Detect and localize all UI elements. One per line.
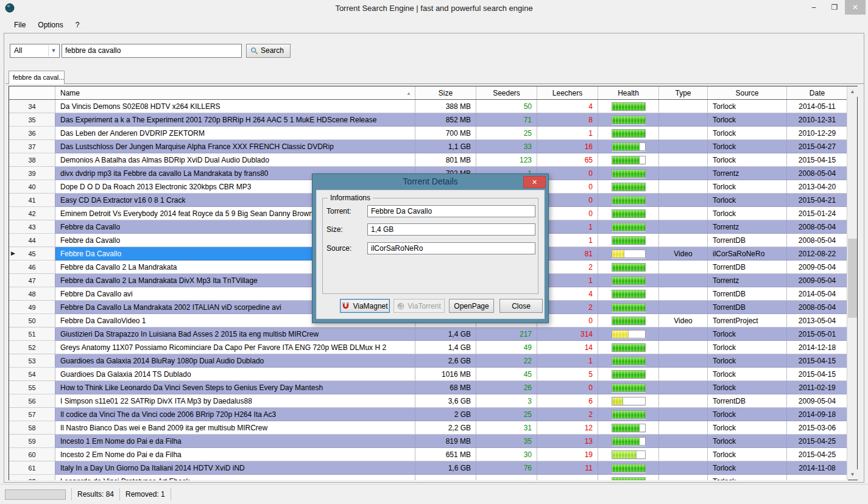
cell-source: Torlock xyxy=(708,421,787,435)
minimize-button[interactable]: – xyxy=(803,0,824,15)
groupbox-label: Informations xyxy=(328,194,373,202)
table-row[interactable]: 61Italy In a Day Un Giorno Da Italiani 2… xyxy=(9,461,848,475)
cell-leechers: 6 xyxy=(537,394,598,408)
cell-type xyxy=(659,153,708,167)
cell-size: 2 GB xyxy=(415,408,476,421)
table-row[interactable]: 58Il Nastro Bianco Das wei e Band 2009 i… xyxy=(9,421,848,435)
health-bar-fill xyxy=(612,478,645,481)
cell-source: Torrentz xyxy=(708,274,787,287)
health-bar-fill xyxy=(612,116,645,124)
cell-leechers: 314 xyxy=(537,327,598,341)
row-number: 60 xyxy=(9,448,55,461)
header-leechers[interactable]: Leechers xyxy=(537,86,598,99)
vertical-scrollbar[interactable]: ▲ ▼ xyxy=(847,86,857,480)
header-health[interactable]: Health xyxy=(598,86,659,99)
cell-health xyxy=(598,140,659,153)
search-button[interactable]: Search xyxy=(246,44,291,58)
cell-health xyxy=(598,220,659,234)
cell-type xyxy=(659,261,708,274)
scroll-up-icon[interactable]: ▲ xyxy=(847,86,858,97)
cell-name: Giustizieri Da Strapazzo In Luisiana Bad… xyxy=(55,327,415,341)
cell-date: 2012-08-22 xyxy=(787,247,847,261)
health-bar xyxy=(612,437,646,446)
tab-search-result[interactable]: febbre da caval... xyxy=(9,71,65,84)
menu-help[interactable]: ? xyxy=(70,19,85,31)
cell-date: 2015-04-25 xyxy=(787,448,847,461)
table-row[interactable]: 59Incesto 1 Em Nome do Pai e da Filha819… xyxy=(9,435,848,448)
menu-file[interactable]: File xyxy=(9,19,31,31)
table-row[interactable]: 62Leonardo da Vinci Prototypes Art Ebook… xyxy=(9,475,848,480)
close-dialog-button[interactable]: Close xyxy=(499,299,543,313)
torrent-field-input[interactable] xyxy=(367,205,535,217)
cell-size: 2,6 GB xyxy=(415,354,476,368)
row-number: 51 xyxy=(9,327,55,341)
cell-seeders: 31 xyxy=(476,421,537,435)
header-name[interactable]: Name ▲ xyxy=(55,86,415,99)
scroll-thumb[interactable] xyxy=(848,239,857,318)
source-field-input[interactable] xyxy=(367,242,535,254)
table-row[interactable]: 60Incesto 2 Em Nome do Pai e da Filha651… xyxy=(9,448,848,461)
table-row[interactable]: 51Giustizieri Da Strapazzo In Luisiana B… xyxy=(9,327,848,341)
cell-date: 2014-05-04 xyxy=(787,287,847,301)
cell-source: Torlock xyxy=(708,448,787,461)
cell-source: Torlock xyxy=(708,127,787,140)
health-bar-fill xyxy=(612,371,645,378)
cell-health xyxy=(598,194,659,207)
dialog-close-button[interactable]: ✕ xyxy=(523,176,546,188)
menu-options[interactable]: Options xyxy=(32,19,68,31)
close-button[interactable]: ✕ xyxy=(845,0,866,15)
table-row[interactable]: 52Greys Anatomy 11X07 Possiamo Ricominci… xyxy=(9,341,848,354)
table-row[interactable]: 54Guardioes Da Galaxia 2014 TS Dublado10… xyxy=(9,368,848,381)
cell-source: Torlock xyxy=(708,194,787,207)
table-row[interactable]: 35Das Experiment a k a The Experiment 20… xyxy=(9,113,848,127)
open-page-button[interactable]: OpenPage xyxy=(449,299,494,313)
torrent-field-row: Torrent: xyxy=(317,205,544,219)
header-row-number[interactable] xyxy=(9,86,55,99)
cell-name: Leonardo da Vinci Prototypes Art Ebook xyxy=(55,475,415,480)
sort-ascending-icon: ▲ xyxy=(406,91,411,96)
maximize-button[interactable]: ❐ xyxy=(824,0,845,15)
via-magnet-button[interactable]: ViaMagnet xyxy=(340,299,390,313)
tab-strip: febbre da caval... xyxy=(5,70,864,84)
table-row[interactable]: 36Das Leben der Anderen DVDRIP ZEKTORM70… xyxy=(9,127,848,140)
cell-seeders: 3 xyxy=(476,394,537,408)
cell-date: 2008-05-04 xyxy=(787,220,847,234)
search-icon xyxy=(250,47,258,55)
table-row[interactable]: 57Il codice da Vinci The da Vinci code 2… xyxy=(9,408,848,421)
size-field-input[interactable] xyxy=(367,223,535,236)
header-type[interactable]: Type xyxy=(659,86,708,99)
header-source[interactable]: Source xyxy=(708,86,787,99)
cell-seeders: 35 xyxy=(476,435,537,448)
header-seeders[interactable]: Seeders xyxy=(476,86,537,99)
cell-health xyxy=(598,180,659,194)
search-input[interactable] xyxy=(62,44,242,58)
cell-date: 2015-04-15 xyxy=(787,368,847,381)
health-bar xyxy=(612,236,646,245)
cell-source: Torlock xyxy=(708,341,787,354)
header-date[interactable]: Date xyxy=(787,86,847,99)
health-bar xyxy=(612,330,646,338)
cell-date xyxy=(787,475,847,480)
cell-type xyxy=(659,408,708,421)
table-row[interactable]: 55How to Think Like Leonardo Da Vinci Se… xyxy=(9,381,848,394)
cell-health xyxy=(598,421,659,435)
title-bar: Torrent Search Engine | fast and powerfu… xyxy=(0,0,868,16)
table-row[interactable]: 38Demonios A Batalha das Almas BDRip Xvi… xyxy=(9,153,848,167)
scroll-down-icon[interactable]: ▼ xyxy=(847,469,858,480)
category-dropdown[interactable]: All ▼ xyxy=(10,44,60,58)
cell-name: Il Nastro Bianco Das wei e Band 2009 ita… xyxy=(55,421,415,435)
menu-bar: File Options ? xyxy=(0,16,868,33)
health-bar-fill xyxy=(612,344,645,351)
cell-type xyxy=(659,381,708,394)
cell-type xyxy=(659,220,708,234)
row-number: 44 xyxy=(9,234,55,247)
cell-seeders: 30 xyxy=(476,448,537,461)
table-row[interactable]: 53Guardioes da Galaxia 2014 BluRay 1080p… xyxy=(9,354,848,368)
health-bar xyxy=(612,263,646,271)
table-row[interactable]: 56I Simpson s11e01 22 SATRip DivX ITA Mp… xyxy=(9,394,848,408)
cell-source: ilCorSaRoNeRo xyxy=(708,247,787,261)
header-size[interactable]: Size xyxy=(415,86,476,99)
cell-name: Das Experiment a k a The Experiment 2001… xyxy=(55,113,415,127)
table-row[interactable]: 37Das Lustschloss Der Jungen Marquise Al… xyxy=(9,140,848,153)
table-row[interactable]: 34Da Vincis Demons S02E08 HDTV x264 KILL… xyxy=(9,100,848,113)
